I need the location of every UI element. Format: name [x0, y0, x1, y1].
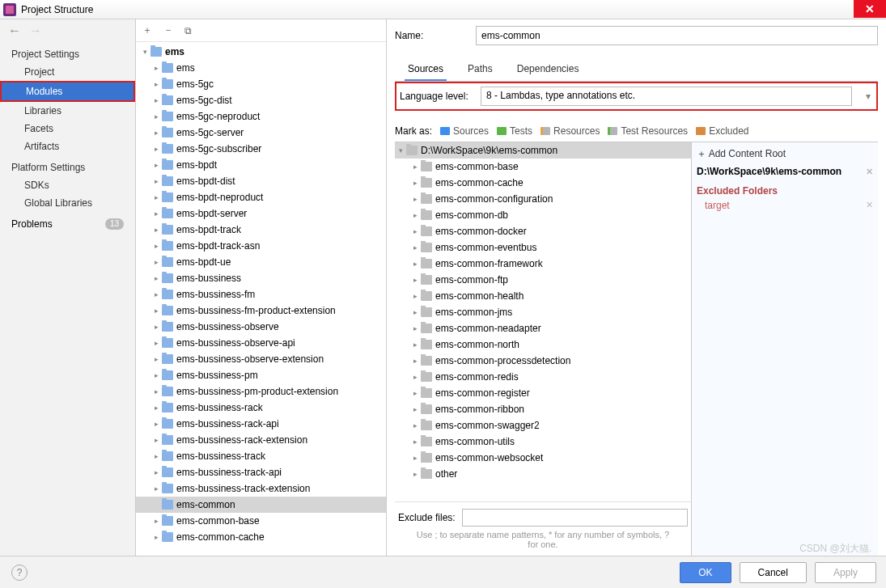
help-icon[interactable]: ?: [11, 565, 28, 581]
tree-item[interactable]: ▸ems-bussiness-track: [136, 448, 386, 464]
back-icon[interactable]: ←: [8, 23, 21, 38]
tree-item[interactable]: ▸ems-common-cache: [136, 529, 386, 545]
language-level-label: Language level:: [400, 91, 473, 102]
source-tree[interactable]: ▾D:\WorkSpace\9k\ems-common▸ems-common-b…: [395, 142, 691, 501]
remove-icon[interactable]: －: [163, 23, 173, 37]
tree-item[interactable]: ▸ems-bpdt-dist: [136, 173, 386, 189]
nav-facets[interactable]: Facets: [0, 120, 135, 137]
tree-item[interactable]: ems-common: [136, 497, 386, 513]
tree-item[interactable]: ▸ems-bussiness-observe-extension: [136, 351, 386, 367]
tree-item[interactable]: ▸ems-bussiness-fm-product-extension: [136, 302, 386, 319]
mark-sources[interactable]: Sources: [440, 125, 489, 137]
ok-button[interactable]: OK: [680, 562, 731, 583]
source-child-row[interactable]: ▸ems-common-neadapter: [395, 320, 691, 336]
tree-item[interactable]: ▸ems-common-base: [136, 513, 386, 529]
tree-item[interactable]: ▸ems-5gc-server: [136, 125, 386, 141]
tree-item[interactable]: ▸ems-bussiness-fm: [136, 286, 386, 302]
modules-tree[interactable]: ▾ems▸ems▸ems-5gc▸ems-5gc-dist▸ems-5gc-ne…: [136, 42, 386, 556]
source-root-row[interactable]: ▾D:\WorkSpace\9k\ems-common: [395, 142, 691, 159]
module-details: Name: Sources Paths Dependencies Languag…: [387, 19, 886, 556]
tabs: Sources Paths Dependencies: [395, 58, 878, 82]
nav-artifacts[interactable]: Artifacts: [0, 137, 135, 155]
name-input[interactable]: [476, 26, 878, 45]
tree-item[interactable]: ▸ems-bussiness-rack-api: [136, 416, 386, 432]
cancel-button[interactable]: Cancel: [740, 562, 807, 583]
tree-item[interactable]: ▸ems-bussiness-pm-product-extension: [136, 383, 386, 400]
nav-libraries[interactable]: Libraries: [0, 102, 135, 120]
content-roots-panel: ＋ Add Content Root D:\WorkSpace\9k\ems-c…: [692, 142, 878, 556]
tree-item[interactable]: ▸ems-5gc-dist: [136, 92, 386, 108]
content-root-path[interactable]: D:\WorkSpace\9k\ems-common ✕: [697, 163, 873, 180]
tree-item[interactable]: ▸ems-bpdt-neproduct: [136, 189, 386, 205]
problems-badge: 13: [105, 218, 124, 230]
mark-test-resources[interactable]: Test Resources: [608, 125, 688, 137]
add-content-root[interactable]: ＋ Add Content Root: [697, 146, 873, 163]
tree-item[interactable]: ▸ems-5gc: [136, 76, 386, 92]
nav-problems[interactable]: Problems 13: [0, 212, 135, 236]
tree-item[interactable]: ▸ems-bussiness-track-extension: [136, 480, 386, 497]
exclude-input[interactable]: [462, 509, 688, 527]
language-level-highlight: Language level: 8 - Lambdas, type annota…: [395, 82, 878, 111]
tree-item[interactable]: ▸ems-bpdt-server: [136, 205, 386, 222]
chevron-down-icon[interactable]: ▾: [860, 91, 876, 102]
tree-item[interactable]: ▸ems-5gc-subscriber: [136, 141, 386, 157]
language-level-select[interactable]: 8 - Lambdas, type annotations etc.: [481, 87, 852, 106]
tab-sources[interactable]: Sources: [405, 58, 447, 81]
apply-button[interactable]: Apply: [815, 562, 876, 583]
source-child-row[interactable]: ▸ems-common-docker: [395, 223, 691, 239]
add-icon[interactable]: ＋: [142, 23, 152, 37]
source-child-row[interactable]: ▸ems-common-framework: [395, 256, 691, 272]
source-child-row[interactable]: ▸ems-common-redis: [395, 369, 691, 385]
tree-item[interactable]: ▸ems-bussiness-pm: [136, 367, 386, 383]
tree-item[interactable]: ▸ems-bussiness-observe-api: [136, 335, 386, 351]
excluded-folder-item[interactable]: target ✕: [697, 198, 873, 213]
source-child-row[interactable]: ▸other: [395, 466, 691, 482]
source-child-row[interactable]: ▸ems-common-utils: [395, 434, 691, 450]
source-child-row[interactable]: ▸ems-common-health: [395, 288, 691, 304]
tree-item[interactable]: ▸ems-bpdt-track: [136, 222, 386, 238]
close-button[interactable]: ✕: [854, 0, 886, 18]
section-platform-settings: Platform Settings: [0, 155, 135, 176]
source-child-row[interactable]: ▸ems-common-configuration: [395, 191, 691, 207]
app-icon: [3, 3, 16, 16]
tree-item[interactable]: ▸ems-bpdt-ue: [136, 254, 386, 270]
source-child-row[interactable]: ▸ems-common-cache: [395, 175, 691, 191]
tree-item[interactable]: ▸ems-bussiness: [136, 270, 386, 286]
source-child-row[interactable]: ▸ems-common-base: [395, 159, 691, 175]
source-child-row[interactable]: ▸ems-common-swagger2: [395, 417, 691, 434]
tree-root[interactable]: ▾ems: [136, 44, 386, 60]
tab-paths[interactable]: Paths: [464, 58, 496, 81]
mark-tests[interactable]: Tests: [497, 125, 532, 137]
source-child-row[interactable]: ▸ems-common-register: [395, 385, 691, 401]
source-child-row[interactable]: ▸ems-common-websocket: [395, 450, 691, 466]
tree-item[interactable]: ▸ems-bpdt-track-asn: [136, 238, 386, 254]
copy-icon[interactable]: ⧉: [184, 25, 192, 36]
mark-resources[interactable]: Resources: [541, 125, 600, 137]
tree-item[interactable]: ▸ems: [136, 60, 386, 76]
nav-project[interactable]: Project: [0, 63, 135, 81]
nav-sdks[interactable]: SDKs: [0, 176, 135, 194]
tree-item[interactable]: ▸ems-bpdt: [136, 157, 386, 173]
forward-icon[interactable]: →: [29, 23, 42, 38]
exclude-label: Exclude files:: [398, 512, 456, 523]
mark-excluded[interactable]: Excluded: [696, 125, 748, 137]
modules-panel: ＋ － ⧉ ▾ems▸ems▸ems-5gc▸ems-5gc-dist▸ems-…: [136, 19, 387, 556]
tree-item[interactable]: ▸ems-bussiness-rack: [136, 400, 386, 416]
tab-dependencies[interactable]: Dependencies: [514, 58, 583, 81]
window-title: Project Structure: [21, 4, 93, 15]
tree-item[interactable]: ▸ems-bussiness-track-api: [136, 464, 386, 480]
source-child-row[interactable]: ▸ems-common-jms: [395, 304, 691, 320]
source-child-row[interactable]: ▸ems-common-eventbus: [395, 239, 691, 256]
tree-item[interactable]: ▸ems-bussiness-rack-extension: [136, 432, 386, 448]
remove-content-root-icon[interactable]: ✕: [866, 167, 873, 177]
source-child-row[interactable]: ▸ems-common-north: [395, 336, 691, 353]
nav-global-libraries[interactable]: Global Libraries: [0, 194, 135, 212]
source-child-row[interactable]: ▸ems-common-db: [395, 207, 691, 223]
tree-item[interactable]: ▸ems-5gc-neproduct: [136, 108, 386, 125]
source-child-row[interactable]: ▸ems-common-processdetection: [395, 353, 691, 369]
source-child-row[interactable]: ▸ems-common-ftp: [395, 272, 691, 288]
nav-modules[interactable]: Modules: [2, 82, 134, 100]
tree-item[interactable]: ▸ems-bussiness-observe: [136, 319, 386, 335]
remove-excluded-icon[interactable]: ✕: [866, 200, 873, 211]
source-child-row[interactable]: ▸ems-common-ribbon: [395, 401, 691, 417]
